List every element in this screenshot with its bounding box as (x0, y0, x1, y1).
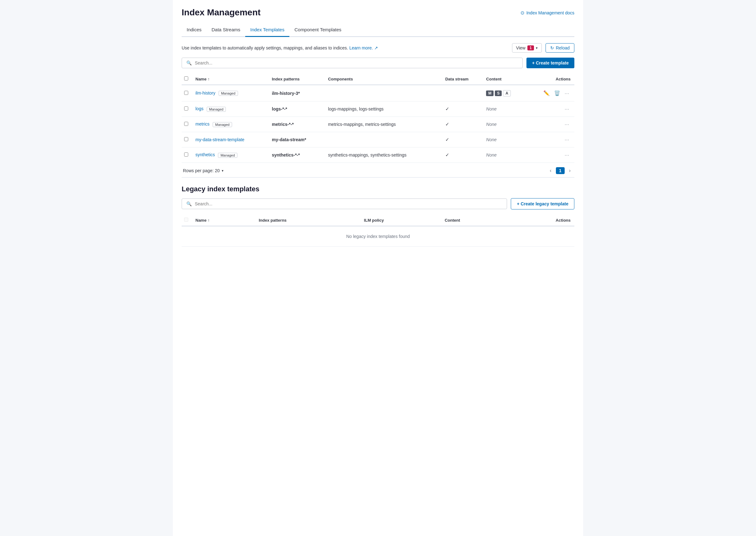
tabs-bar: Indices Data Streams Index Templates Com… (182, 24, 574, 37)
row-name-cell: ilm-history Managed (193, 85, 269, 101)
row-patterns-cell: synthetics-*-* (269, 148, 326, 163)
row-data-stream-cell: ✓ (443, 101, 484, 117)
content-badge-m: M (486, 90, 494, 96)
legacy-search-wrapper: 🔍 (182, 198, 507, 209)
legacy-table-body: No legacy index templates found (182, 226, 574, 247)
content-badge-a: A (503, 90, 511, 96)
tab-index-templates[interactable]: Index Templates (245, 24, 290, 37)
managed-badge: Managed (207, 107, 226, 112)
content-badges: M S A (486, 90, 523, 96)
template-link[interactable]: logs (195, 106, 204, 111)
page-nav: ‹ 1 › (547, 167, 573, 175)
row-checkbox[interactable] (184, 107, 188, 111)
learn-more-link[interactable]: Learn more. ↗ (349, 46, 378, 50)
table-header: Name ↑ Index patterns Components Data st… (182, 73, 574, 85)
table-row: ilm-history Managed ilm-history-3* M S A (182, 85, 574, 101)
legacy-select-all-checkbox[interactable] (184, 218, 188, 222)
reload-button[interactable]: ↻ Reload (546, 43, 574, 52)
managed-badge: Managed (213, 122, 232, 127)
row-checkbox[interactable] (184, 152, 188, 156)
col-components: Components (326, 73, 442, 85)
legacy-section-title: Legacy index templates (182, 185, 574, 193)
template-link[interactable]: ilm-history (195, 90, 216, 95)
reload-label: Reload (556, 46, 570, 50)
more-actions-button[interactable]: ··· (564, 120, 570, 128)
content-badge-s: S (495, 90, 502, 96)
tab-indices[interactable]: Indices (182, 24, 207, 37)
row-checkbox[interactable] (184, 122, 188, 126)
tab-component-templates[interactable]: Component Templates (290, 24, 346, 37)
legacy-col-name: Name ↑ (193, 215, 256, 226)
create-legacy-template-button[interactable]: + Create legacy template (511, 198, 574, 210)
legacy-search-create-row: 🔍 + Create legacy template (182, 198, 574, 210)
tab-data-streams[interactable]: Data Streams (207, 24, 246, 37)
docs-link-label: Index Management docs (527, 10, 574, 15)
row-patterns-cell: my-data-stream* (269, 132, 326, 148)
checkmark-icon: ✓ (445, 121, 449, 127)
more-actions-button[interactable]: ··· (564, 105, 570, 113)
section-divider (182, 177, 574, 178)
row-content-cell: None (484, 117, 527, 132)
select-all-checkbox[interactable] (184, 76, 188, 81)
checkmark-icon: ✓ (445, 106, 449, 112)
row-components-cell: synthetics-mappings, synthetics-settings (326, 148, 442, 163)
docs-link[interactable]: ⊙ Index Management docs (521, 10, 574, 16)
search-input[interactable] (195, 60, 518, 65)
row-data-stream-cell: ✓ (443, 117, 484, 132)
row-components-cell: logs-mappings, logs-settings (326, 101, 442, 117)
delete-button[interactable]: 🗑️ (553, 89, 562, 97)
row-patterns-cell: logs-*-* (269, 101, 326, 117)
table-row: synthetics Managed synthetics-*-* synthe… (182, 148, 574, 163)
search-create-row: 🔍 + Create template (182, 58, 574, 68)
template-link[interactable]: synthetics (195, 152, 215, 157)
row-content-cell: None (484, 148, 527, 163)
legacy-search-icon: 🔍 (186, 201, 192, 206)
col-data-stream: Data stream (443, 73, 484, 85)
row-actions-cell: ··· (527, 132, 574, 148)
row-components-cell: metrics-mappings, metrics-settings (326, 117, 442, 132)
row-data-stream-cell (443, 85, 484, 101)
legacy-empty-row: No legacy index templates found (182, 226, 574, 247)
row-data-stream-cell: ✓ (443, 132, 484, 148)
managed-badge: Managed (219, 91, 238, 96)
view-button[interactable]: View 1 ▾ (512, 43, 542, 52)
legacy-col-content: Content (442, 215, 509, 226)
legacy-col-ilm-policy: ILM policy (361, 215, 442, 226)
row-name-cell: metrics Managed (193, 117, 269, 132)
row-content-cell: None (484, 132, 527, 148)
row-actions-cell: ··· (527, 117, 574, 132)
page-title: Index Management (182, 8, 260, 17)
row-content-cell: None (484, 101, 527, 117)
view-badge: 1 (527, 46, 534, 50)
row-name-cell: my-data-stream-template (193, 132, 269, 148)
rows-per-page[interactable]: Rows per page: 20 ▾ (183, 168, 223, 173)
col-content: Content (484, 73, 527, 85)
legacy-col-actions: Actions (509, 215, 574, 226)
col-name: Name ↑ (193, 73, 269, 85)
legacy-empty-message: No legacy index templates found (182, 226, 574, 247)
info-actions: View 1 ▾ ↻ Reload (512, 43, 574, 52)
legacy-col-index-patterns: Index patterns (256, 215, 361, 226)
more-actions-button[interactable]: ··· (564, 151, 570, 159)
search-wrapper: 🔍 (182, 58, 523, 68)
edit-button[interactable]: ✏️ (542, 89, 551, 97)
more-actions-button[interactable]: ··· (564, 136, 570, 143)
pagination-row: Rows per page: 20 ▾ ‹ 1 › (182, 163, 574, 176)
legacy-search-input[interactable] (195, 201, 502, 206)
search-icon: 🔍 (186, 60, 192, 65)
managed-badge: Managed (218, 153, 237, 158)
prev-page-button[interactable]: ‹ (547, 167, 554, 175)
chevron-down-icon: ▾ (536, 46, 538, 50)
row-checkbox[interactable] (184, 91, 188, 95)
more-actions-button[interactable]: ··· (564, 89, 570, 97)
row-checkbox[interactable] (184, 137, 188, 141)
docs-link-icon: ⊙ (521, 10, 525, 16)
legacy-templates-table: Name ↑ Index patterns ILM policy Content… (182, 215, 574, 247)
row-components-cell (326, 132, 442, 148)
template-link[interactable]: metrics (195, 121, 210, 126)
row-patterns-cell: metrics-*-* (269, 117, 326, 132)
row-content-cell: M S A (484, 85, 527, 101)
next-page-button[interactable]: › (567, 167, 573, 175)
template-link[interactable]: my-data-stream-template (195, 137, 244, 142)
create-template-button[interactable]: + Create template (527, 58, 574, 68)
